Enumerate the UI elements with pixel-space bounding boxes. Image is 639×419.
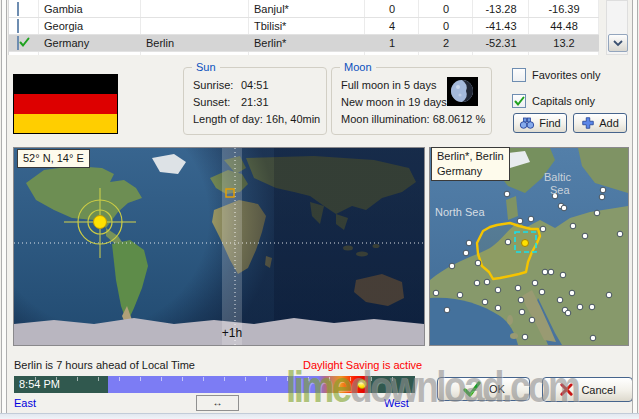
sun-panel-title: Sun (192, 61, 220, 73)
germany-flag (13, 74, 118, 134)
capitals-only-label: Capitals only (532, 95, 595, 107)
current-time-display: 8:54 PM (14, 376, 108, 393)
cell-longitude: 13.2 (529, 37, 599, 49)
table-row[interactable]: GermanyBerlinBerlin*12-52.3113.2 (9, 35, 599, 52)
row-checkbox[interactable] (17, 19, 19, 33)
timezone-band-label: +1h (222, 326, 242, 340)
east-label: East (14, 397, 36, 409)
plus-icon (581, 116, 595, 130)
row-checkbox[interactable] (17, 2, 19, 16)
chevron-down-icon (613, 40, 623, 47)
cell-utc-offset: 1 (365, 37, 419, 49)
world-map[interactable]: +1h (14, 148, 424, 345)
cell-dst-offset: 2 (419, 37, 473, 49)
row-checkbox[interactable] (17, 36, 19, 50)
left-right-arrow-icon: ↔ (213, 398, 223, 408)
sun-panel: Sun Sunrise:04:51 Sunset:21:31 Length of… (183, 67, 327, 135)
find-button-label: Find (539, 117, 560, 129)
cell-latitude: -41.43 (473, 20, 529, 32)
cell-latitude: -52.31 (473, 37, 529, 49)
table-row[interactable]: GeorgiaTbilisi*40-41.4344.48 (9, 18, 599, 35)
sun-position-dot[interactable] (357, 379, 367, 389)
tooltip-city-line: Berlin*, Berlin (437, 149, 504, 164)
cell-country: Georgia (39, 20, 141, 32)
new-moon-text: New moon in 19 days (341, 96, 447, 108)
ok-button[interactable]: OK (437, 377, 530, 401)
cell-dst-offset: 0 (419, 20, 473, 32)
full-moon-text: Full moon in 5 days (341, 79, 436, 91)
time-slider[interactable]: 8:54 PM (14, 376, 415, 393)
west-label: West (384, 397, 409, 409)
add-button-label: Add (599, 117, 619, 129)
cell-utc-offset: 4 (365, 20, 419, 32)
checkmark-icon (462, 381, 482, 398)
day-length-value: 16h, 40min (266, 113, 320, 125)
cell-latitude: -13.28 (473, 3, 529, 15)
favorites-only-checkbox[interactable] (512, 68, 526, 82)
berlin-city-dot (522, 240, 529, 247)
moon-panel: Moon Full moon in 5 days New moon in 19 … (331, 67, 492, 135)
cancel-button-label: Cancel (581, 384, 615, 396)
city-table[interactable]: GambiaBanjul*00-13.28-16.39GeorgiaTbilis… (8, 0, 599, 55)
moon-phase-image (447, 77, 478, 106)
cancel-button[interactable]: Cancel (542, 377, 633, 402)
cell-country: Gambia (39, 3, 141, 15)
cell-city: Berlin* (249, 37, 365, 49)
ok-button-label: OK (489, 383, 505, 395)
baltic-sea-label-1: Baltic (544, 171, 571, 183)
table-row[interactable]: GambiaBanjul*00-13.28-16.39 (9, 1, 599, 18)
shift-direction-button[interactable]: ↔ (196, 395, 239, 411)
moon-illumination-text: Moon illumination: 68.0612 % (341, 113, 485, 125)
dst-status-text: Daylight Saving is active (303, 359, 422, 371)
binoculars-icon (519, 117, 535, 129)
favorites-only-row: Favorites only (512, 68, 600, 82)
sunrise-label: Sunrise: (193, 79, 241, 91)
tooltip-country-line: Germany (437, 164, 504, 179)
cell-utc-offset: 0 (365, 3, 419, 15)
day-length-label: Length of day: (193, 113, 263, 125)
cell-region: Berlin (141, 37, 249, 49)
find-button[interactable]: Find (513, 113, 567, 133)
time-offset-text: Berlin is 7 hours ahead of Local Time (14, 359, 195, 371)
capitals-only-checkbox[interactable] (512, 94, 526, 108)
scroll-down-button[interactable] (608, 34, 628, 52)
moon-panel-title: Moon (340, 61, 376, 73)
sunset-value: 21:31 (241, 96, 269, 108)
timezone-band (222, 148, 242, 345)
baltic-sea-label-2: Sea (550, 184, 570, 196)
window-bottom-edge (0, 413, 639, 419)
world-time-dialog: GambiaBanjul*00-13.28-16.39GeorgiaTbilis… (0, 0, 639, 419)
cell-country: Germany (39, 37, 141, 49)
table-scrollbar[interactable] (606, 0, 628, 55)
add-button[interactable]: Add (573, 113, 627, 133)
coordinates-tooltip: 52° N, 14° E (17, 149, 90, 168)
cell-city: Banjul* (249, 3, 365, 15)
favorites-only-label: Favorites only (532, 69, 600, 81)
cell-dst-offset: 0 (419, 3, 473, 15)
cell-longitude: 44.48 (529, 20, 599, 32)
cell-city: Tbilisi* (249, 20, 365, 32)
sunrise-value: 04:51 (241, 79, 269, 91)
selected-city-tooltip: Berlin*, Berlin Germany (431, 147, 510, 181)
sunset-label: Sunset: (193, 96, 241, 108)
window-left-edge (1, 0, 7, 419)
north-sea-label: North Sea (435, 206, 485, 218)
window-right-edge (632, 0, 638, 419)
capitals-only-row: Capitals only (512, 94, 595, 108)
cell-longitude: -16.39 (529, 3, 599, 15)
x-icon (559, 382, 574, 397)
